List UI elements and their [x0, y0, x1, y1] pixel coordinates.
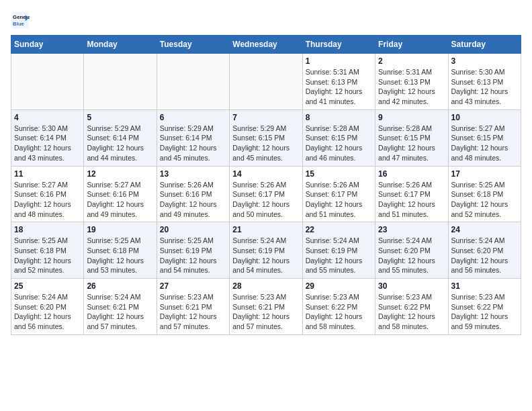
day-number: 30 [378, 281, 445, 291]
day-number: 12 [87, 169, 153, 179]
day-detail: Sunrise: 5:31 AM Sunset: 6:13 PM Dayligh… [378, 67, 445, 107]
calendar-cell: 23Sunrise: 5:24 AM Sunset: 6:20 PM Dayli… [375, 222, 448, 279]
calendar-cell: 1Sunrise: 5:31 AM Sunset: 6:13 PM Daylig… [302, 54, 375, 110]
calendar-cell: 18Sunrise: 5:25 AM Sunset: 6:18 PM Dayli… [11, 222, 84, 279]
day-detail: Sunrise: 5:24 AM Sunset: 6:19 PM Dayligh… [232, 236, 299, 275]
day-number: 22 [306, 225, 372, 234]
col-header-sunday: Sunday [11, 36, 84, 54]
day-number: 29 [306, 281, 372, 291]
day-detail: Sunrise: 5:23 AM Sunset: 6:22 PM Dayligh… [451, 292, 518, 332]
day-number: 28 [232, 281, 299, 291]
day-detail: Sunrise: 5:30 AM Sunset: 6:14 PM Dayligh… [14, 124, 81, 163]
logo-icon: General Blue [11, 11, 30, 30]
calendar-cell [84, 54, 157, 110]
calendar-cell: 26Sunrise: 5:24 AM Sunset: 6:21 PM Dayli… [84, 279, 157, 335]
calendar-week-row: 4Sunrise: 5:30 AM Sunset: 6:14 PM Daylig… [11, 109, 521, 166]
calendar-cell: 2Sunrise: 5:31 AM Sunset: 6:13 PM Daylig… [375, 54, 448, 110]
day-detail: Sunrise: 5:29 AM Sunset: 6:14 PM Dayligh… [160, 124, 226, 163]
day-number: 10 [451, 113, 518, 122]
calendar-cell: 21Sunrise: 5:24 AM Sunset: 6:19 PM Dayli… [230, 222, 302, 279]
logo: General Blue [11, 11, 32, 30]
day-detail: Sunrise: 5:26 AM Sunset: 6:17 PM Dayligh… [232, 180, 299, 220]
page-header: General Blue [11, 11, 521, 30]
day-detail: Sunrise: 5:23 AM Sunset: 6:22 PM Dayligh… [378, 292, 445, 332]
day-number: 5 [87, 113, 153, 122]
calendar-cell: 12Sunrise: 5:27 AM Sunset: 6:16 PM Dayli… [84, 166, 157, 222]
day-detail: Sunrise: 5:27 AM Sunset: 6:15 PM Dayligh… [451, 124, 518, 163]
calendar-cell: 27Sunrise: 5:23 AM Sunset: 6:21 PM Dayli… [157, 279, 229, 335]
day-number: 6 [160, 113, 226, 122]
calendar-cell: 7Sunrise: 5:29 AM Sunset: 6:15 PM Daylig… [230, 109, 302, 166]
calendar-cell: 19Sunrise: 5:25 AM Sunset: 6:18 PM Dayli… [84, 222, 157, 279]
calendar-cell: 10Sunrise: 5:27 AM Sunset: 6:15 PM Dayli… [448, 109, 521, 166]
day-detail: Sunrise: 5:28 AM Sunset: 6:15 PM Dayligh… [306, 124, 372, 163]
day-number: 3 [451, 56, 518, 66]
day-number: 4 [14, 113, 81, 122]
calendar-cell: 20Sunrise: 5:25 AM Sunset: 6:19 PM Dayli… [157, 222, 229, 279]
day-detail: Sunrise: 5:27 AM Sunset: 6:16 PM Dayligh… [14, 180, 81, 220]
day-number: 17 [451, 169, 518, 179]
day-detail: Sunrise: 5:29 AM Sunset: 6:14 PM Dayligh… [87, 124, 153, 163]
col-header-friday: Friday [375, 36, 448, 54]
calendar-cell: 31Sunrise: 5:23 AM Sunset: 6:22 PM Dayli… [448, 279, 521, 335]
day-number: 27 [160, 281, 226, 291]
day-detail: Sunrise: 5:25 AM Sunset: 6:18 PM Dayligh… [451, 180, 518, 220]
calendar-cell: 9Sunrise: 5:28 AM Sunset: 6:15 PM Daylig… [375, 109, 448, 166]
calendar-cell: 22Sunrise: 5:24 AM Sunset: 6:19 PM Dayli… [302, 222, 375, 279]
col-header-wednesday: Wednesday [230, 36, 302, 54]
calendar-week-row: 18Sunrise: 5:25 AM Sunset: 6:18 PM Dayli… [11, 222, 521, 279]
day-number: 13 [160, 169, 226, 179]
calendar-cell: 13Sunrise: 5:26 AM Sunset: 6:16 PM Dayli… [157, 166, 229, 222]
day-number: 26 [87, 281, 153, 291]
day-detail: Sunrise: 5:24 AM Sunset: 6:19 PM Dayligh… [306, 236, 372, 275]
calendar-cell: 8Sunrise: 5:28 AM Sunset: 6:15 PM Daylig… [302, 109, 375, 166]
col-header-tuesday: Tuesday [157, 36, 229, 54]
day-number: 19 [87, 225, 153, 234]
day-detail: Sunrise: 5:26 AM Sunset: 6:17 PM Dayligh… [306, 180, 372, 220]
calendar-cell: 28Sunrise: 5:23 AM Sunset: 6:21 PM Dayli… [230, 279, 302, 335]
day-number: 16 [378, 169, 445, 179]
day-detail: Sunrise: 5:25 AM Sunset: 6:19 PM Dayligh… [160, 236, 226, 275]
day-number: 24 [451, 225, 518, 234]
calendar-cell: 24Sunrise: 5:24 AM Sunset: 6:20 PM Dayli… [448, 222, 521, 279]
calendar-week-row: 11Sunrise: 5:27 AM Sunset: 6:16 PM Dayli… [11, 166, 521, 222]
calendar-cell: 30Sunrise: 5:23 AM Sunset: 6:22 PM Dayli… [375, 279, 448, 335]
day-number: 1 [306, 56, 372, 66]
day-detail: Sunrise: 5:23 AM Sunset: 6:21 PM Dayligh… [160, 292, 226, 332]
day-detail: Sunrise: 5:23 AM Sunset: 6:21 PM Dayligh… [232, 292, 299, 332]
calendar-cell: 3Sunrise: 5:30 AM Sunset: 6:13 PM Daylig… [448, 54, 521, 110]
day-detail: Sunrise: 5:30 AM Sunset: 6:13 PM Dayligh… [451, 67, 518, 107]
day-detail: Sunrise: 5:24 AM Sunset: 6:20 PM Dayligh… [14, 292, 81, 332]
calendar-cell: 29Sunrise: 5:23 AM Sunset: 6:22 PM Dayli… [302, 279, 375, 335]
col-header-thursday: Thursday [302, 36, 375, 54]
day-number: 31 [451, 281, 518, 291]
day-number: 11 [14, 169, 81, 179]
calendar-cell: 5Sunrise: 5:29 AM Sunset: 6:14 PM Daylig… [84, 109, 157, 166]
day-detail: Sunrise: 5:23 AM Sunset: 6:22 PM Dayligh… [306, 292, 372, 332]
svg-text:Blue: Blue [13, 21, 25, 27]
day-detail: Sunrise: 5:26 AM Sunset: 6:17 PM Dayligh… [378, 180, 445, 220]
calendar-cell [157, 54, 229, 110]
calendar-week-row: 1Sunrise: 5:31 AM Sunset: 6:13 PM Daylig… [11, 54, 521, 110]
day-detail: Sunrise: 5:24 AM Sunset: 6:20 PM Dayligh… [378, 236, 445, 275]
calendar-header-row: SundayMondayTuesdayWednesdayThursdayFrid… [11, 36, 521, 54]
day-number: 9 [378, 113, 445, 122]
day-detail: Sunrise: 5:29 AM Sunset: 6:15 PM Dayligh… [232, 124, 299, 163]
calendar-cell [230, 54, 302, 110]
day-number: 15 [306, 169, 372, 179]
calendar-cell: 11Sunrise: 5:27 AM Sunset: 6:16 PM Dayli… [11, 166, 84, 222]
day-number: 2 [378, 56, 445, 66]
calendar-cell: 15Sunrise: 5:26 AM Sunset: 6:17 PM Dayli… [302, 166, 375, 222]
calendar-cell: 17Sunrise: 5:25 AM Sunset: 6:18 PM Dayli… [448, 166, 521, 222]
day-detail: Sunrise: 5:24 AM Sunset: 6:21 PM Dayligh… [87, 292, 153, 332]
calendar-cell: 4Sunrise: 5:30 AM Sunset: 6:14 PM Daylig… [11, 109, 84, 166]
day-number: 14 [232, 169, 299, 179]
calendar-cell: 25Sunrise: 5:24 AM Sunset: 6:20 PM Dayli… [11, 279, 84, 335]
day-number: 23 [378, 225, 445, 234]
day-number: 20 [160, 225, 226, 234]
day-number: 21 [232, 225, 299, 234]
calendar-cell: 16Sunrise: 5:26 AM Sunset: 6:17 PM Dayli… [375, 166, 448, 222]
col-header-monday: Monday [84, 36, 157, 54]
calendar-week-row: 25Sunrise: 5:24 AM Sunset: 6:20 PM Dayli… [11, 279, 521, 335]
day-number: 8 [306, 113, 372, 122]
